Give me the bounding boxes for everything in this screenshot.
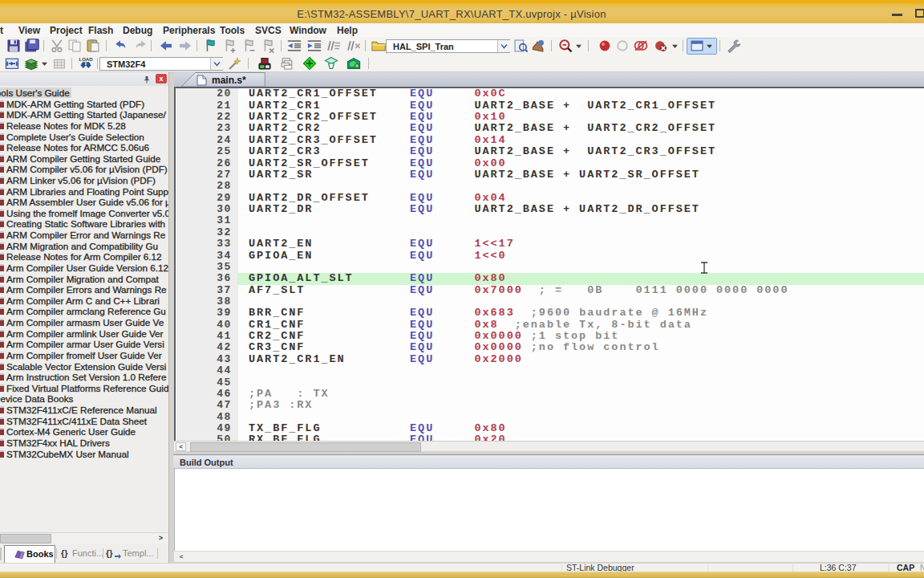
svg-text:LOAD: LOAD xyxy=(79,57,94,62)
